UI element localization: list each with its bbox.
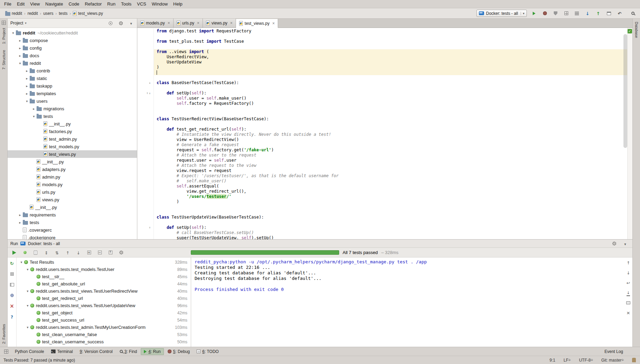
test-tree-item-test-get-redirect-url[interactable]: test_get_redirect_url40ms [17,295,191,302]
editor-scrollbar[interactable] [623,34,627,148]
breadcrumb-item-test-views-py[interactable]: test_views.py [72,10,104,17]
restore-layout-button[interactable] [9,282,15,288]
code-line[interactable]: class TestUserRedirectView(BaseUserTestC… [137,117,632,122]
print-console-button[interactable] [625,300,631,306]
code-line[interactable]: UserRedirectView, [137,54,632,60]
hide-run-panel-button[interactable] [622,241,628,247]
code-line[interactable] [137,44,632,49]
tool-window-switcher-icon[interactable] [4,350,8,354]
project-tree-item-init-py[interactable]: __init__.py [8,203,137,211]
collapse-arrow-icon[interactable]: ▾ [25,289,30,293]
overrides-marker-icon[interactable]: ↑ [146,92,148,95]
project-tree-item-coveragerc[interactable]: .coveragerc [8,226,137,234]
project-tree-item-init-py[interactable]: __init__.py [8,120,137,128]
rerun-button[interactable] [9,260,15,266]
run-button[interactable] [531,10,537,17]
code-line[interactable]: view.get_redirect_url(), [137,189,632,194]
breadcrumb-item-users[interactable]: users [42,10,54,17]
test-tree-item-test-get-object[interactable]: test_get_object42ms [17,309,191,316]
expand-arrow-icon[interactable]: ▸ [24,92,30,95]
stop-button[interactable] [9,271,15,277]
project-tree-item-tests[interactable]: ▸tests [8,219,137,226]
code-line[interactable] [137,122,632,127]
profiler-button[interactable] [563,10,569,17]
close-tab-icon[interactable]: × [230,21,233,26]
project-tree-item-test-admin-py[interactable]: test_admin.py [8,135,137,143]
menu-file[interactable]: File [1,0,14,8]
toolbtn-debug[interactable]: 5: Debug [165,348,193,355]
hide-panel-button[interactable] [128,20,134,26]
project-tree-item-test-models-py[interactable]: test_models.py [8,143,137,150]
code-line[interactable]: request = self.factory.get('/fake-url') [137,148,632,153]
project-tree-item-docs[interactable]: ▸docs [8,52,137,59]
code-line[interactable]: super(TestUserUpdateView, self).setUp() [137,235,632,239]
scroll-from-source-button[interactable] [107,20,114,26]
clear-console-button[interactable] [625,310,631,316]
expand-arrow-icon[interactable]: ▸ [24,84,30,88]
project-tree-item-static[interactable]: ▸static [8,74,137,82]
tool-tab-project[interactable]: 1: Project [2,28,6,44]
code-line[interactable]: '/users/testuser/' [137,194,632,199]
overrides-marker-icon[interactable]: ↑ [149,226,151,229]
undo-button[interactable] [617,10,623,17]
sort-alphabetically-toggle[interactable] [43,250,49,256]
editor-tab-views-py[interactable]: views.py× [203,19,236,28]
menu-tools[interactable]: Tools [118,0,134,8]
test-history-button[interactable] [107,250,114,256]
code-line[interactable]: ) [137,199,632,204]
collapse-arrow-icon[interactable]: ▾ [31,114,37,118]
project-tree-item-tests[interactable]: ▾tests [8,112,137,120]
editor-tab-urls-py[interactable]: urls.py× [174,19,203,28]
menu-help[interactable]: Help [170,0,185,8]
vcs-update-button[interactable] [584,10,591,17]
code-line[interactable]: def test_get_redirect_url(self): [137,127,632,132]
vcs-push-button[interactable] [595,10,601,17]
show-output-toggle[interactable] [32,250,39,256]
test-tree-item-test-results[interactable]: ▾Test Results328ms [17,259,191,266]
code-line[interactable] [137,210,632,215]
expand-arrow-icon[interactable]: ▸ [17,54,23,58]
code-line[interactable]: self.factory = RequestFactory() [137,101,632,106]
code-line[interactable] [137,111,632,117]
code-line[interactable]: ↓class BaseUserTestCase(TestCase): [137,80,632,85]
project-tree-item-models-py[interactable]: models.py [8,181,137,188]
project-tree-item-requirements[interactable]: ▸requirements [8,211,137,219]
menu-navigate[interactable]: Navigate [42,0,66,8]
run-configurations-button[interactable] [574,10,580,17]
editor-tab-test-views-py[interactable]: test_views.py× [236,19,278,28]
test-tree-item-test-get-success-url[interactable]: test_get_success_url54ms [17,316,191,324]
collapse-arrow-icon[interactable]: ▾ [25,267,30,271]
overridden-marker-icon[interactable]: ↓ [149,81,151,84]
project-tree-item-migrations[interactable]: ▸migrations [8,105,137,112]
project-tree-item-taskapp[interactable]: ▸taskapp [8,82,137,90]
toolbtn-python-console[interactable]: Python Console [12,348,47,355]
run-panel-config-label[interactable]: Docker: tests - all [28,241,60,246]
test-tree-item-reddit-users-tests-test-views-testuserupdateview[interactable]: ▾reddit.users.tests.test_views.TestUserU… [17,302,191,309]
project-tree-item-factories-py[interactable]: factories.py [8,128,137,135]
code-line[interactable]: ↑ def setUp(self): [137,225,632,230]
project-panel-title[interactable]: Project [10,21,23,26]
code-line[interactable]: # Instantiate the view directly. Never d… [137,132,632,137]
collapse-arrow-icon[interactable]: ▾ [25,304,30,307]
code-line[interactable]: class TestUserUpdateView(BaseUserTestCas… [137,215,632,220]
test-tree-item-reddit-users-tests-test-models-testuser[interactable]: ▾reddit.users.tests.test_models.TestUser… [17,266,191,273]
code-line[interactable]: # call BaseUserTestCase.setUp() [137,230,632,235]
project-tree-item-dockerignore[interactable]: .dockerignore [8,234,137,239]
code-line[interactable]: # Attach the request to the view [137,163,632,168]
code-line[interactable]: view.request = request [137,168,632,173]
test-tree-item-reddit-users-tests-test-views-testuserredirectview[interactable]: ▾reddit.users.tests.test_views.TestUserR… [17,287,191,295]
run-settings-button[interactable] [611,241,617,247]
collapse-arrow-icon[interactable]: ▾ [19,260,24,264]
expand-arrow-icon[interactable]: ▸ [17,213,23,217]
run-configuration-select[interactable]: Docker: tests - all ▾ [476,10,527,17]
toolbtn-terminal[interactable]: Terminal [48,348,76,355]
pin-tab-button[interactable] [9,292,15,299]
project-tree-item-init-py[interactable]: __init__.py [8,158,137,165]
menu-view[interactable]: View [27,0,42,8]
toolbtn-version-control[interactable]: 9: Version Control [77,348,116,355]
collapse-arrow-icon[interactable]: ▾ [10,31,16,35]
toolbtn-event-log[interactable]: Event Log [601,348,626,355]
collapse-arrow-icon[interactable]: ▾ [24,99,30,103]
soft-wrap-button[interactable] [625,280,631,286]
menu-vcs[interactable]: VCS [134,0,149,8]
